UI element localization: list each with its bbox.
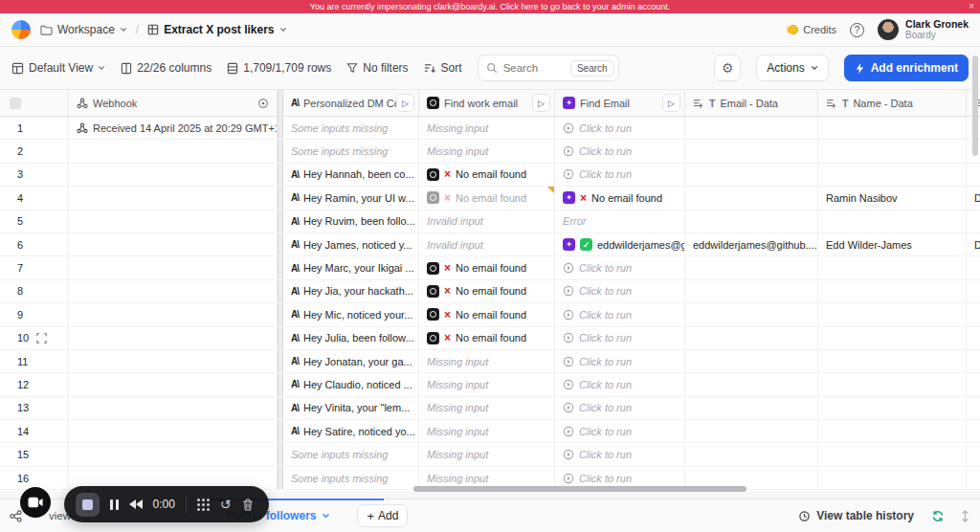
cell-email-data[interactable]: eddwilderjames@github....	[685, 233, 818, 255]
cell-find-email[interactable]: Click to run	[555, 117, 685, 139]
cell-webhook[interactable]	[69, 233, 278, 255]
row-number-cell[interactable]: 1	[0, 117, 69, 139]
cell-partial[interactable]	[967, 373, 980, 395]
add-table-button[interactable]: + Add	[357, 504, 408, 527]
cell-name-data[interactable]	[818, 211, 967, 233]
cell-name-data[interactable]	[818, 117, 967, 139]
cell-find-email[interactable]: ✦✓eddwilderjames@g...	[555, 233, 685, 255]
cell-partial[interactable]	[967, 327, 980, 349]
select-all-header-cell[interactable]	[0, 90, 69, 116]
vertical-scrollbar-thumb[interactable]	[972, 55, 978, 156]
cell-personalized-dm[interactable]: A\Hey James, noticed y...	[283, 233, 419, 255]
row-number-cell[interactable]: 15	[0, 443, 69, 465]
cell-find-work-email[interactable]: ×No email found	[419, 303, 555, 325]
cell-personalized-dm[interactable]: A\Hey Mic, noticed your...	[283, 303, 419, 325]
row-number-cell[interactable]: 3	[0, 164, 69, 186]
cell-find-email[interactable]: ✦×No email found	[555, 187, 685, 209]
cell-personalized-dm[interactable]: A\Hey Marc, your Ikigai ...	[283, 256, 419, 278]
trash-icon[interactable]	[242, 499, 254, 511]
cell-name-data[interactable]	[818, 140, 967, 162]
columns-button[interactable]: 22/26 columns	[121, 61, 212, 75]
actions-button[interactable]: Actions	[756, 55, 828, 81]
cell-name-data[interactable]: Ramin Nasibov	[818, 187, 967, 209]
cell-find-work-email[interactable]: Missing input	[419, 443, 555, 465]
cell-partial[interactable]	[967, 211, 980, 233]
cell-partial[interactable]	[967, 164, 980, 186]
cell-webhook[interactable]	[69, 211, 278, 233]
cell-partial[interactable]: Dir	[967, 233, 980, 255]
cell-find-work-email[interactable]: ×No email found	[419, 187, 555, 209]
rows-button[interactable]: 1,709/1,709 rows	[227, 61, 331, 75]
cell-email-data[interactable]	[685, 327, 818, 349]
cell-personalized-dm[interactable]: A\Hey Ramin, your UI w...	[283, 187, 419, 209]
row-height-toggle-icon[interactable]	[960, 510, 970, 522]
cell-find-work-email[interactable]: Invalid input	[419, 211, 555, 233]
banner-close-icon[interactable]: ×	[969, 1, 974, 11]
search-input[interactable]	[503, 62, 565, 74]
cell-name-data[interactable]	[818, 350, 967, 372]
cell-find-email[interactable]: Click to run	[555, 420, 685, 442]
breadcrumb-table-name[interactable]: Extract X post likers	[164, 23, 274, 36]
cell-find-work-email[interactable]: Missing input	[419, 420, 555, 442]
row-number-cell[interactable]: 7	[0, 256, 69, 278]
cell-partial[interactable]	[967, 280, 980, 302]
cell-find-email[interactable]: Click to run	[555, 443, 685, 465]
cell-find-email[interactable]: Click to run	[555, 327, 685, 349]
cell-name-data[interactable]	[818, 397, 967, 419]
cell-email-data[interactable]	[685, 211, 818, 233]
cell-webhook[interactable]	[69, 256, 278, 278]
cell-webhook[interactable]	[69, 397, 278, 419]
row-number-cell[interactable]: 5	[0, 211, 69, 233]
row-number-cell[interactable]: 10	[0, 327, 69, 349]
cell-partial[interactable]	[967, 303, 980, 325]
cell-name-data[interactable]: Edd Wilder-James	[818, 233, 967, 255]
cell-find-work-email[interactable]: ×No email found	[419, 327, 555, 349]
cell-email-data[interactable]	[685, 117, 818, 139]
cell-webhook[interactable]	[69, 187, 278, 209]
column-header-email-data[interactable]: T Email - Data	[685, 90, 818, 116]
cell-partial[interactable]	[967, 420, 980, 442]
stop-recording-button[interactable]	[76, 493, 100, 517]
add-enrichment-button[interactable]: Add enrichment	[844, 55, 969, 81]
row-number-cell[interactable]: 14	[0, 420, 69, 442]
cell-name-data[interactable]	[818, 256, 967, 278]
cell-find-work-email[interactable]: Missing input	[419, 140, 555, 162]
view-table-history-button[interactable]: View table history	[798, 509, 914, 522]
cell-email-data[interactable]	[685, 140, 818, 162]
column-header-personalized-dm[interactable]: A\ Personalized DM Co ▷	[283, 90, 419, 116]
search-submit-chip[interactable]: Search	[570, 60, 614, 77]
target-icon[interactable]	[257, 98, 269, 109]
cell-find-work-email[interactable]: Missing input	[419, 117, 555, 139]
refresh-icon[interactable]	[931, 510, 945, 522]
cell-email-data[interactable]	[685, 303, 818, 325]
cell-personalized-dm[interactable]: A\Hey Ruvim, been follo...	[283, 211, 419, 233]
cell-personalized-dm[interactable]: A\Hey Jonatan, your ga...	[283, 350, 419, 372]
row-number-cell[interactable]: 9	[0, 303, 69, 325]
settings-button[interactable]: ⚙	[714, 55, 741, 81]
column-header-find-email[interactable]: ✦ Find Email ▷	[555, 90, 685, 116]
cell-webhook[interactable]: Received 14 April 2025 at 20:29 GMT+1	[69, 117, 278, 139]
cell-name-data[interactable]	[818, 420, 967, 442]
cell-find-email[interactable]: Click to run	[555, 140, 685, 162]
credits-button[interactable]: Credits	[789, 24, 836, 35]
cell-find-work-email[interactable]: Missing input	[419, 397, 555, 419]
default-view-button[interactable]: Default View	[11, 61, 105, 75]
cell-email-data[interactable]	[685, 164, 818, 186]
row-number-cell[interactable]: 12	[0, 373, 69, 395]
cell-find-email[interactable]: Click to run	[555, 280, 685, 302]
cell-personalized-dm[interactable]: A\Hey Hannah, been co...	[283, 164, 419, 186]
cell-find-work-email[interactable]: Invalid input	[419, 233, 555, 255]
cell-find-email[interactable]: Click to run	[555, 373, 685, 395]
cell-webhook[interactable]	[69, 280, 278, 302]
cell-personalized-dm[interactable]: A\Hey Satire, noticed yo...	[283, 420, 419, 442]
pause-recording-button[interactable]	[110, 499, 119, 510]
cell-partial[interactable]	[967, 256, 980, 278]
cell-find-work-email[interactable]: Missing input	[419, 373, 555, 395]
cell-find-email[interactable]: Click to run	[555, 303, 685, 325]
cell-webhook[interactable]	[69, 164, 278, 186]
cell-personalized-dm[interactable]: Some inputs missing	[283, 117, 419, 139]
cell-find-work-email[interactable]: ×No email found	[419, 164, 555, 186]
drag-handle-icon[interactable]	[197, 499, 210, 511]
cell-email-data[interactable]	[685, 420, 818, 442]
cell-email-data[interactable]	[685, 187, 818, 209]
